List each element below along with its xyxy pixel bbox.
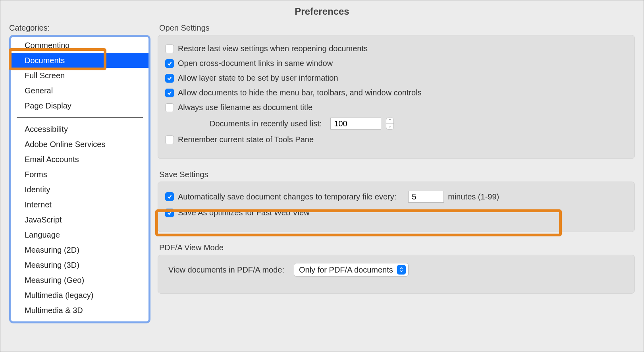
- categories-label: Categories:: [9, 23, 150, 33]
- stepper-down-icon[interactable]: ⌄: [386, 124, 393, 129]
- sidebar-item-commenting[interactable]: Commenting: [11, 38, 148, 53]
- sidebar-item-general[interactable]: General: [11, 83, 148, 98]
- pdfa-panel: View documents in PDF/A mode: Only for P…: [158, 255, 635, 294]
- autosave-label: Automatically save document changes to t…: [178, 192, 396, 201]
- recent-list-stepper[interactable]: ⌃ ⌄: [386, 118, 394, 130]
- autosave-checkbox[interactable]: [165, 192, 174, 201]
- pdfa-title: PDF/A View Mode: [159, 243, 635, 252]
- fast-web-label: Save As optimizes for Fast Web View: [178, 208, 310, 217]
- sidebar-item-full-screen[interactable]: Full Screen: [11, 68, 148, 83]
- pdfa-mode-label: View documents in PDF/A mode:: [168, 265, 284, 275]
- chevron-updown-icon: [397, 265, 406, 275]
- recent-list-input[interactable]: [330, 118, 381, 130]
- layer-state-checkbox[interactable]: [165, 74, 174, 83]
- hide-menu-label: Allow documents to hide the menu bar, to…: [178, 88, 422, 97]
- cross-doc-label: Open cross-document links in same window: [178, 59, 333, 68]
- restore-last-checkbox[interactable]: [165, 44, 174, 53]
- autosave-suffix: minutes (1-99): [448, 192, 499, 201]
- hide-menu-checkbox[interactable]: [165, 89, 174, 97]
- sidebar-item-internet[interactable]: Internet: [11, 197, 148, 212]
- autosave-minutes-input[interactable]: [408, 191, 444, 203]
- stepper-up-icon[interactable]: ⌃: [386, 118, 393, 124]
- filename-title-label: Always use filename as document title: [178, 103, 312, 112]
- sidebar-item-multimedia-3d[interactable]: Multimedia & 3D: [11, 303, 148, 318]
- open-settings-title: Open Settings: [159, 23, 635, 33]
- recent-list-label: Documents in recently used list:: [210, 119, 322, 128]
- sidebar-item-measuring-geo[interactable]: Measuring (Geo): [11, 273, 148, 288]
- sidebar-item-measuring-3d[interactable]: Measuring (3D): [11, 257, 148, 273]
- filename-title-checkbox[interactable]: [165, 103, 174, 112]
- open-settings-panel: Restore last view settings when reopenin…: [158, 35, 635, 159]
- pdfa-mode-value: Only for PDF/A documents: [299, 265, 393, 275]
- sidebar-item-measuring-2d[interactable]: Measuring (2D): [11, 242, 148, 257]
- restore-last-label: Restore last view settings when reopenin…: [178, 44, 368, 53]
- remember-tools-checkbox[interactable]: [165, 135, 174, 144]
- sidebar-item-multimedia-legacy[interactable]: Multimedia (legacy): [11, 288, 148, 303]
- sidebar-item-adobe-online[interactable]: Adobe Online Services: [11, 137, 148, 152]
- cross-doc-checkbox[interactable]: [165, 59, 174, 68]
- sidebar-item-page-display[interactable]: Page Display: [11, 98, 148, 113]
- sidebar-item-email-accounts[interactable]: Email Accounts: [11, 152, 148, 167]
- sidebar-item-accessibility[interactable]: Accessibility: [11, 122, 148, 137]
- sidebar-item-javascript[interactable]: JavaScript: [11, 212, 148, 227]
- sidebar-item-forms[interactable]: Forms: [11, 167, 148, 182]
- sidebar-divider: [17, 117, 143, 118]
- layer-state-label: Allow layer state to be set by user info…: [178, 73, 338, 83]
- save-settings-panel: Automatically save document changes to t…: [158, 182, 635, 232]
- sidebar-item-identity[interactable]: Identity: [11, 182, 148, 197]
- fast-web-checkbox[interactable]: [165, 209, 174, 217]
- remember-tools-label: Remember current state of Tools Pane: [178, 135, 314, 144]
- categories-list: Commenting Documents Full Screen General…: [9, 35, 150, 323]
- window-title: Preferences: [0, 0, 644, 23]
- pdfa-mode-select[interactable]: Only for PDF/A documents: [294, 263, 409, 277]
- sidebar-item-documents[interactable]: Documents: [11, 53, 148, 68]
- save-settings-title: Save Settings: [159, 170, 635, 179]
- sidebar-item-multimedia-trust[interactable]: Multimedia Trust (legacy): [11, 318, 148, 323]
- sidebar-item-language[interactable]: Language: [11, 227, 148, 242]
